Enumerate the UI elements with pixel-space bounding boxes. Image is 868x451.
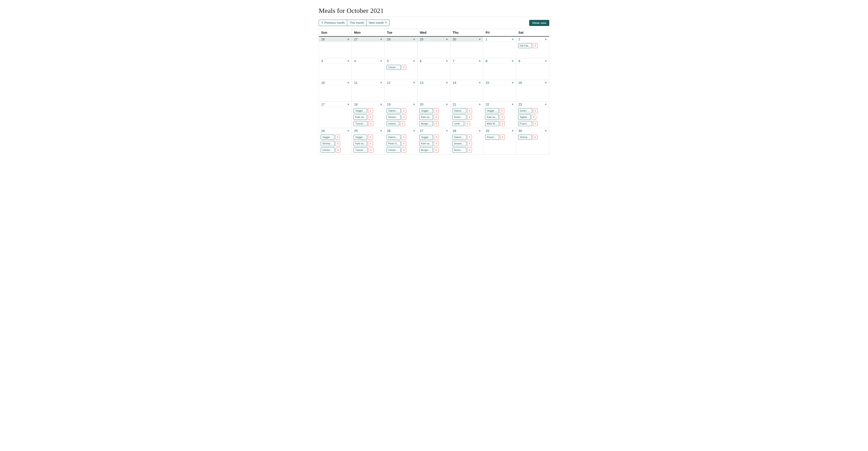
meal-label[interactable]: Oatmeal... <box>386 108 401 113</box>
day-number[interactable]: 15 <box>486 81 489 85</box>
day-number[interactable]: 11 <box>354 81 358 85</box>
meal-label[interactable]: Kale sa... <box>419 115 433 120</box>
add-meal-button[interactable]: + <box>478 129 481 133</box>
add-meal-button[interactable]: + <box>347 59 350 63</box>
add-meal-button[interactable]: + <box>412 103 415 106</box>
day-number[interactable]: 10 <box>321 81 325 85</box>
day-number[interactable]: 7 <box>453 59 455 63</box>
day-number[interactable]: 20 <box>420 103 423 106</box>
meal-delete-button[interactable]: X <box>401 135 406 140</box>
day-number[interactable]: 26 <box>321 37 325 41</box>
add-meal-button[interactable]: + <box>445 103 448 106</box>
meal-label[interactable]: Green S... <box>518 108 532 113</box>
day-number[interactable]: 30 <box>519 129 522 133</box>
meal-delete-button[interactable]: X <box>400 121 405 126</box>
meal-delete-button[interactable]: X <box>533 135 537 140</box>
meal-label[interactable]: Oatmeal... <box>452 108 466 113</box>
meal-label[interactable]: Green C... <box>452 115 466 120</box>
day-number[interactable]: 25 <box>354 129 358 133</box>
meal-delete-button[interactable]: X <box>368 115 373 120</box>
add-meal-button[interactable]: + <box>478 37 481 41</box>
add-meal-button[interactable]: + <box>544 129 547 133</box>
day-number[interactable]: 21 <box>453 103 456 106</box>
meal-label[interactable]: Tuscan ... <box>353 148 368 153</box>
meal-label[interactable]: Poached... <box>518 121 532 126</box>
day-number[interactable]: 12 <box>387 81 391 85</box>
add-meal-button[interactable]: + <box>445 129 448 133</box>
meal-delete-button[interactable]: X <box>336 141 340 146</box>
add-meal-button[interactable]: + <box>544 37 547 41</box>
add-meal-button[interactable]: + <box>380 103 383 106</box>
day-number[interactable]: 22 <box>486 103 489 106</box>
add-meal-button[interactable]: + <box>347 129 350 133</box>
meal-label[interactable]: Shrimp ... <box>321 141 335 146</box>
add-meal-button[interactable]: + <box>347 103 350 106</box>
meal-label[interactable]: Oatmeal... <box>452 135 466 140</box>
day-number[interactable]: 3 <box>321 59 323 63</box>
meal-delete-button[interactable]: X <box>533 108 538 113</box>
add-meal-button[interactable]: + <box>380 129 383 133</box>
day-number[interactable]: 18 <box>354 103 358 106</box>
meal-label[interactable]: Veggie ... <box>419 108 433 113</box>
day-number[interactable]: 13 <box>420 81 423 85</box>
meal-label[interactable]: Kale sa... <box>353 141 367 146</box>
meal-label[interactable]: Tuscan ... <box>353 121 368 126</box>
meal-delete-button[interactable]: X <box>467 115 472 120</box>
meal-label[interactable]: Kale sa... <box>353 115 367 120</box>
meal-label[interactable]: Mahi Ma... <box>485 121 499 126</box>
day-number[interactable]: 28 <box>453 129 456 133</box>
meal-delete-button[interactable]: X <box>465 121 470 126</box>
meal-delete-button[interactable]: X <box>434 135 438 140</box>
day-number[interactable]: 29 <box>420 37 423 41</box>
meal-label[interactable]: Chicken... <box>386 148 401 153</box>
day-number[interactable]: 5 <box>387 59 389 63</box>
meal-delete-button[interactable]: X <box>434 115 438 120</box>
add-meal-button[interactable]: + <box>511 37 514 41</box>
meal-delete-button[interactable]: X <box>401 65 406 70</box>
day-number[interactable]: 30 <box>453 37 456 41</box>
day-number[interactable]: 16 <box>519 81 522 85</box>
meal-label[interactable]: Burger ... <box>419 121 433 126</box>
add-meal-button[interactable]: + <box>380 81 383 85</box>
meal-delete-button[interactable]: X <box>531 115 536 120</box>
meal-label[interactable]: Tagliat... <box>518 115 530 120</box>
add-meal-button[interactable]: + <box>511 129 514 133</box>
meal-label[interactable]: Old Fas... <box>518 43 532 48</box>
meal-label[interactable]: Burger ... <box>419 148 433 153</box>
day-number[interactable]: 9 <box>519 59 520 63</box>
day-number[interactable]: 29 <box>486 129 489 133</box>
add-meal-button[interactable]: + <box>511 103 514 106</box>
day-number[interactable]: 1 <box>486 37 487 41</box>
meal-delete-button[interactable]: X <box>434 108 438 113</box>
add-meal-button[interactable]: + <box>511 81 514 85</box>
day-number[interactable]: 2 <box>519 37 520 41</box>
day-number[interactable]: 19 <box>387 103 391 106</box>
meal-delete-button[interactable]: X <box>467 108 472 113</box>
meal-delete-button[interactable]: X <box>368 141 373 146</box>
meal-label[interactable]: Instant... <box>386 121 399 126</box>
add-meal-button[interactable]: + <box>478 81 481 85</box>
add-meal-button[interactable]: + <box>445 81 448 85</box>
meal-label[interactable]: Poached... <box>485 135 499 140</box>
add-meal-button[interactable]: + <box>445 59 448 63</box>
add-meal-button[interactable]: + <box>445 37 448 41</box>
this-month-button[interactable]: This month <box>347 20 366 26</box>
meal-delete-button[interactable]: X <box>500 121 505 126</box>
day-number[interactable]: 4 <box>354 59 356 63</box>
meal-delete-button[interactable]: X <box>368 121 373 126</box>
meal-label[interactable]: Kale sa... <box>485 115 499 120</box>
meal-label[interactable]: Shrimp ... <box>518 135 532 140</box>
day-number[interactable]: 27 <box>354 37 358 41</box>
meal-label[interactable]: Chicken... <box>386 65 401 70</box>
meal-delete-button[interactable]: X <box>368 148 373 153</box>
day-number[interactable]: 14 <box>453 81 456 85</box>
day-number[interactable]: 27 <box>420 129 423 133</box>
meal-label[interactable]: Veggie ... <box>353 108 367 113</box>
day-number[interactable]: 6 <box>420 59 422 63</box>
meal-label[interactable]: Kale sa... <box>419 141 433 146</box>
add-meal-button[interactable]: + <box>412 129 415 133</box>
day-number[interactable]: 24 <box>321 129 325 133</box>
add-meal-button[interactable]: + <box>511 59 514 63</box>
meal-delete-button[interactable]: X <box>500 115 504 120</box>
meal-label[interactable]: Chicken... <box>321 148 335 153</box>
